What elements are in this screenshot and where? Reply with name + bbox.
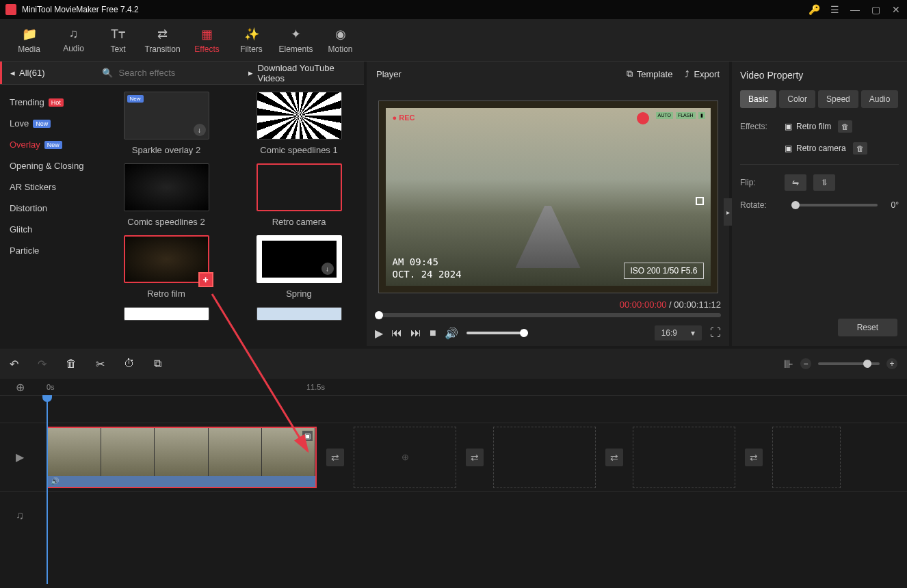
rotate-slider[interactable] <box>791 204 878 206</box>
clip-drop-zone[interactable]: ⊕ <box>354 427 456 488</box>
category-overlay[interactable]: OverlayNew <box>0 134 101 155</box>
effect-sparkle-overlay-2[interactable]: New↓ Sparkle overlay 2 <box>108 92 224 155</box>
filter-all-button[interactable]: ◂ All(61) <box>0 62 95 84</box>
effect-label: Sparkle overlay 2 <box>132 145 200 155</box>
video-track[interactable]: ▶ 🔊 ▣ ⇄ ⊕ ⇄ ⇄ ⇄ <box>0 423 907 491</box>
toolbar-elements[interactable]: ✦Elements <box>274 22 318 58</box>
clip-drop-zone[interactable] <box>772 427 841 488</box>
export-label: Export <box>694 69 720 79</box>
toolbar-transition[interactable]: ⇄Transition <box>140 22 185 58</box>
effect-spring[interactable]: ↓ Spring <box>241 235 357 299</box>
applied-effect-retro-film: ▣Retro film <box>785 122 831 131</box>
effect-partial-2[interactable] <box>241 307 357 321</box>
music-note-icon: ♫ <box>69 27 79 41</box>
clip-volume-icon[interactable]: 🔊 <box>51 477 59 485</box>
delete-effect-button[interactable]: 🗑 <box>853 142 867 155</box>
effects-label: Effects: <box>740 122 778 131</box>
progress-knob[interactable] <box>375 311 383 319</box>
tab-audio[interactable]: Audio <box>861 90 899 108</box>
effect-label: Spring <box>286 289 312 299</box>
split-button[interactable]: ✂ <box>96 358 105 371</box>
flip-horizontal-button[interactable]: ⇋ <box>785 174 806 191</box>
category-opening-closing[interactable]: Opening & Closing <box>0 155 101 176</box>
effect-retro-camera[interactable]: Retro camera <box>241 163 357 227</box>
video-track-icon: ▶ <box>0 451 40 464</box>
transition-slot[interactable]: ⇄ <box>466 449 484 466</box>
toolbar-text[interactable]: TᴛText <box>96 22 140 58</box>
template-button[interactable]: ⧉Template <box>627 68 673 79</box>
tab-color[interactable]: Color <box>779 90 815 108</box>
transition-slot[interactable]: ⇄ <box>745 449 763 466</box>
undo-button[interactable]: ↶ <box>10 358 18 371</box>
menu-icon[interactable]: ☰ <box>829 4 840 15</box>
license-key-icon[interactable]: 🔑 <box>809 4 819 15</box>
toolbar-media[interactable]: 📁Media <box>7 22 51 58</box>
toolbar-effects[interactable]: ▦Effects <box>185 22 229 58</box>
road-graphic <box>516 206 581 268</box>
timeline-ruler[interactable]: ⊕ 0s 11.5s <box>0 379 907 395</box>
zoom-in-button[interactable]: + <box>886 358 897 369</box>
titlebar: MiniTool MovieMaker Free 7.4.2 🔑 ☰ — ▢ ✕ <box>0 0 907 19</box>
fullscreen-button[interactable]: ⛶ <box>710 327 721 339</box>
zoom-out-button[interactable]: − <box>800 358 811 369</box>
effect-partial-1[interactable] <box>108 307 224 321</box>
category-love[interactable]: LoveNew <box>0 113 101 134</box>
download-youtube-button[interactable]: ▸Download YouTube Videos <box>240 63 364 83</box>
panel-collapse-button[interactable]: ▸ <box>724 198 732 226</box>
maximize-icon[interactable]: ▢ <box>870 4 881 15</box>
clip-drop-zone[interactable] <box>493 427 596 488</box>
clip-effects-icon[interactable]: ▣ <box>302 431 313 441</box>
category-glitch[interactable]: Glitch <box>0 219 101 240</box>
category-ar-stickers[interactable]: AR Stickers <box>0 176 101 198</box>
next-frame-button[interactable]: ⏭ <box>410 327 421 339</box>
minimize-icon[interactable]: — <box>850 4 860 15</box>
crop-button[interactable]: ⧉ <box>154 358 161 370</box>
tab-basic[interactable]: Basic <box>740 90 776 108</box>
download-icon[interactable]: ↓ <box>321 263 334 275</box>
flip-vertical-button[interactable]: ⥮ <box>813 174 835 191</box>
playback-progress[interactable]: 00:00:00:00 / 00:00:11:12 <box>375 313 721 317</box>
category-trending[interactable]: TrendingHot <box>0 92 101 113</box>
effect-comic-speedlines-2[interactable]: Comic speedlines 2 <box>108 163 224 227</box>
elements-icon: ✦ <box>291 27 301 42</box>
category-particle[interactable]: Particle <box>0 240 101 261</box>
search-input[interactable] <box>118 68 233 78</box>
delete-effect-button[interactable]: 🗑 <box>838 120 852 133</box>
add-effect-button[interactable]: + <box>198 272 213 287</box>
transition-slot[interactable]: ⇄ <box>605 449 623 466</box>
toolbar-motion[interactable]: ◉Motion <box>318 22 363 58</box>
zoom-slider[interactable] <box>818 362 880 365</box>
reset-button[interactable]: Reset <box>838 319 897 336</box>
close-icon[interactable]: ✕ <box>891 4 902 15</box>
snap-button[interactable]: ⊪ <box>784 358 793 371</box>
speed-button[interactable]: ⏱ <box>124 358 135 370</box>
play-button[interactable]: ▶ <box>375 327 383 340</box>
chevron-down-icon: ▾ <box>691 328 695 338</box>
add-track-button[interactable]: ⊕ <box>0 381 40 394</box>
youtube-icon: ▸ <box>248 68 253 78</box>
clip-drop-zone[interactable] <box>633 427 735 488</box>
aspect-value: 16:9 <box>661 328 677 338</box>
transition-slot[interactable]: ⇄ <box>326 449 344 466</box>
toolbar-filters[interactable]: ✨Filters <box>229 22 274 58</box>
prev-frame-button[interactable]: ⏮ <box>391 327 402 339</box>
effect-retro-film[interactable]: + Retro film <box>108 235 224 299</box>
download-icon[interactable]: ↓ <box>194 124 206 136</box>
timestamp-overlay: AM 09:45OCT. 24 2024 <box>393 256 462 280</box>
toolbar-audio[interactable]: ♫Audio <box>51 22 96 58</box>
aspect-ratio-select[interactable]: 16:9▾ <box>655 325 702 340</box>
delete-button[interactable]: 🗑 <box>66 358 77 370</box>
ruler-mark: 0s <box>47 383 55 391</box>
playhead[interactable] <box>47 395 48 584</box>
audio-track[interactable]: ♫ <box>0 491 907 539</box>
effect-comic-speedlines-1[interactable]: Comic speedlines 1 <box>241 92 357 155</box>
player-canvas[interactable]: ● REC AUTOFLASH▮ AM 09:45OCT. 24 2024 IS… <box>379 101 718 293</box>
volume-slider[interactable] <box>466 332 528 334</box>
tab-speed[interactable]: Speed <box>818 90 858 108</box>
export-button[interactable]: ⤴Export <box>685 69 720 79</box>
volume-icon[interactable]: 🔊 <box>445 327 458 340</box>
video-clip[interactable]: 🔊 ▣ <box>47 427 317 488</box>
redo-button[interactable]: ↷ <box>38 358 47 371</box>
category-distortion[interactable]: Distortion <box>0 198 101 219</box>
stop-button[interactable]: ■ <box>430 327 436 339</box>
